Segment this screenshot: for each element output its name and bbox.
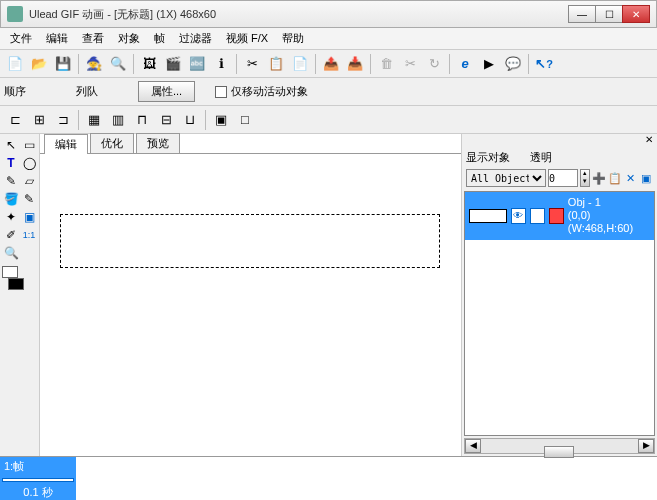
crop-tool[interactable]: ▣ xyxy=(20,208,38,226)
menu-object[interactable]: 对象 xyxy=(112,29,146,48)
menu-videofx[interactable]: 视频 F/X xyxy=(220,29,274,48)
redo-button[interactable]: ↻ xyxy=(423,53,445,75)
scroll-left-icon[interactable]: ◀ xyxy=(465,439,481,453)
frame-label: 1:帧 xyxy=(0,457,76,476)
export1-button[interactable]: 📤 xyxy=(320,53,342,75)
cut-button[interactable]: ✂ xyxy=(241,53,263,75)
save-button[interactable]: 💾 xyxy=(52,53,74,75)
align-mid-icon[interactable]: ⊟ xyxy=(155,109,177,131)
window-buttons: — ☐ ✕ xyxy=(569,5,650,23)
menu-edit[interactable]: 编辑 xyxy=(40,29,74,48)
wand-tool[interactable]: ✦ xyxy=(2,208,20,226)
insert-text-button[interactable]: 🔤 xyxy=(186,53,208,75)
preview-ie-button[interactable]: e xyxy=(454,53,476,75)
add-object-icon[interactable]: ➕ xyxy=(592,169,606,187)
scroll-thumb[interactable] xyxy=(544,446,574,458)
properties-button[interactable]: 属性... xyxy=(138,81,195,102)
visibility-icon[interactable]: 👁 xyxy=(511,208,526,224)
help-button[interactable]: ↖? xyxy=(533,53,555,75)
retouch-tool[interactable]: ✎ xyxy=(20,190,38,208)
object-thumb xyxy=(469,209,507,223)
bg-color[interactable] xyxy=(8,278,24,290)
zoom-tool[interactable]: 🔍 xyxy=(2,244,20,262)
move-active-checkbox[interactable]: 仅移动活动对象 xyxy=(215,84,308,99)
menu-filter[interactable]: 过滤器 xyxy=(173,29,218,48)
picker-tool[interactable]: ✐ xyxy=(2,226,20,244)
sequence-toolbar: 顺序 列队 属性... 仅移动活动对象 xyxy=(0,78,657,106)
titlebar: Ulead GIF 动画 - [无标题] (1X) 468x60 — ☐ ✕ xyxy=(0,0,657,28)
align-right-icon[interactable]: ⊐ xyxy=(52,109,74,131)
panel-close-icon[interactable]: ✕ xyxy=(645,134,653,148)
new-button[interactable]: 📄 xyxy=(4,53,26,75)
menu-help[interactable]: 帮助 xyxy=(276,29,310,48)
align-bot-icon[interactable]: ⊔ xyxy=(179,109,201,131)
close-button[interactable]: ✕ xyxy=(622,5,650,23)
type-icon xyxy=(549,208,564,224)
copy-object-icon[interactable]: 📋 xyxy=(608,169,622,187)
canvas-tabs: 编辑 优化 预览 xyxy=(40,134,461,154)
object-row[interactable]: 👁 Obj - 1 (0,0)(W:468,H:60) xyxy=(465,192,654,240)
main-toolbar: 📄 📂 💾 🧙 🔍 🖼 🎬 🔤 ℹ ✂ 📋 📄 📤 📥 🗑 ✂ ↻ e ▶ 💬 … xyxy=(0,50,657,78)
eraser-tool[interactable]: ▱ xyxy=(20,172,38,190)
text-tool[interactable]: T xyxy=(2,154,20,172)
timeline: 1:帧 0.1 秒 xyxy=(0,456,657,500)
maximize-button[interactable]: ☐ xyxy=(595,5,623,23)
bucket-tool[interactable]: 🪣 xyxy=(2,190,20,208)
shape-tool[interactable]: ◯ xyxy=(20,154,38,172)
opacity-spinner[interactable]: ▲▼ xyxy=(580,169,590,187)
ungroup-icon[interactable]: □ xyxy=(234,109,256,131)
delete-button[interactable]: 🗑 xyxy=(375,53,397,75)
wizard-button[interactable]: 🧙 xyxy=(83,53,105,75)
tab-optimize[interactable]: 优化 xyxy=(90,133,134,153)
export2-button[interactable]: 📥 xyxy=(344,53,366,75)
paste-button[interactable]: 📄 xyxy=(289,53,311,75)
lock-icon[interactable] xyxy=(530,208,545,224)
show-objects-select[interactable]: All Object: xyxy=(466,169,546,187)
align-toolbar: ⊏ ⊞ ⊐ ▦ ▥ ⊓ ⊟ ⊔ ▣ □ xyxy=(0,106,657,134)
menu-view[interactable]: 查看 xyxy=(76,29,110,48)
group-icon[interactable]: ▣ xyxy=(210,109,232,131)
insert-video-button[interactable]: 🎬 xyxy=(162,53,184,75)
checkbox-icon xyxy=(215,86,227,98)
menubar: 文件 编辑 查看 对象 帧 过滤器 视频 F/X 帮助 xyxy=(0,28,657,50)
info-button[interactable]: ℹ xyxy=(210,53,232,75)
panel-scrollbar[interactable]: ◀ ▶ xyxy=(464,438,655,454)
preview-button[interactable]: ▶ xyxy=(478,53,500,75)
copy-button[interactable]: 📋 xyxy=(265,53,287,75)
menu-frame[interactable]: 帧 xyxy=(148,29,171,48)
frame-thumb xyxy=(2,478,74,482)
delete-object-icon[interactable]: ✕ xyxy=(624,169,638,187)
open-button[interactable]: 📂 xyxy=(28,53,50,75)
opacity-input[interactable] xyxy=(548,169,578,187)
transparent-label: 透明 xyxy=(530,150,552,165)
window-title: Ulead GIF 动画 - [无标题] (1X) 468x60 xyxy=(29,7,569,22)
select-tool[interactable]: ▭ xyxy=(20,136,38,154)
tab-preview[interactable]: 预览 xyxy=(136,133,180,153)
object-list[interactable]: 👁 Obj - 1 (0,0)(W:468,H:60) xyxy=(464,191,655,436)
frame-cell[interactable]: 1:帧 0.1 秒 xyxy=(0,457,76,500)
align-top-icon[interactable]: ⊓ xyxy=(131,109,153,131)
show-objects-label: 显示对象 xyxy=(466,150,510,165)
tab-edit[interactable]: 编辑 xyxy=(44,134,88,154)
zoom-actual-tool[interactable]: 1:1 xyxy=(20,226,38,244)
fg-color[interactable] xyxy=(2,266,18,278)
chat-button[interactable]: 💬 xyxy=(502,53,524,75)
move-active-label: 仅移动活动对象 xyxy=(231,84,308,99)
dist-h-icon[interactable]: ▦ xyxy=(83,109,105,131)
cut2-button[interactable]: ✂ xyxy=(399,53,421,75)
canvas[interactable] xyxy=(60,214,440,268)
merge-object-icon[interactable]: ▣ xyxy=(639,169,653,187)
color-swatch[interactable] xyxy=(2,266,38,278)
minimize-button[interactable]: — xyxy=(568,5,596,23)
menu-file[interactable]: 文件 xyxy=(4,29,38,48)
align-left-icon[interactable]: ⊏ xyxy=(4,109,26,131)
search-button[interactable]: 🔍 xyxy=(107,53,129,75)
arrow-tool[interactable]: ↖ xyxy=(2,136,20,154)
align-center-icon[interactable]: ⊞ xyxy=(28,109,50,131)
brush-tool[interactable]: ✎ xyxy=(2,172,20,190)
scroll-right-icon[interactable]: ▶ xyxy=(638,439,654,453)
insert-image-button[interactable]: 🖼 xyxy=(138,53,160,75)
app-icon xyxy=(7,6,23,22)
frame-duration: 0.1 秒 xyxy=(0,484,76,500)
dist-v-icon[interactable]: ▥ xyxy=(107,109,129,131)
